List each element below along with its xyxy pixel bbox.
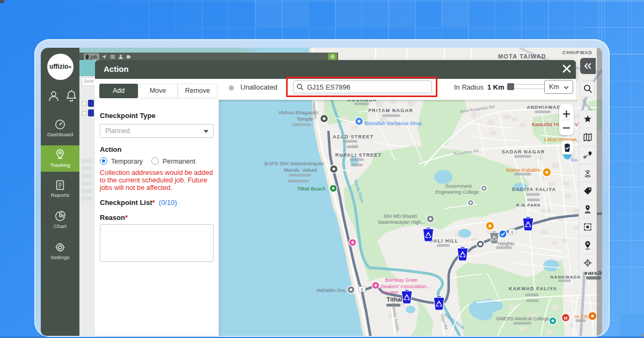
- svg-text:ce City: ce City: [574, 314, 589, 319]
- svg-text:ANDHIAWAD: ANDHIAWAD: [526, 105, 560, 110]
- svg-text:NANKWADA: NANKWADA: [550, 275, 581, 280]
- svg-text:Dealers' Association...: Dealers' Association...: [380, 283, 430, 289]
- svg-text:Temple: Temple: [297, 116, 313, 122]
- svg-text:Engineering College: Engineering College: [435, 189, 479, 195]
- svg-text:Tithal: Tithal: [386, 296, 402, 303]
- svg-text:Bismillah Barbecue Shop: Bismillah Barbecue Shop: [365, 120, 422, 126]
- svg-text:KAKWAD FALIYA: KAKWAD FALIYA: [509, 286, 557, 291]
- svg-text:Top rated: Top rated: [382, 290, 398, 295]
- svg-text:Heights: Heights: [498, 241, 515, 246]
- svg-text:AZAD STREET: AZAD STREET: [333, 134, 374, 139]
- svg-text:Swaminarayan High...: Swaminarayan High...: [378, 219, 425, 225]
- svg-text:MOTA TAIWAD: MOTA TAIWAD: [498, 53, 546, 60]
- svg-text:PALI HILL: PALI HILL: [430, 238, 458, 244]
- svg-text:GMERS Medical College: GMERS Medical College: [496, 316, 550, 321]
- svg-text:BAPS Shri Swaminarayan: BAPS Shri Swaminarayan: [265, 160, 324, 166]
- svg-text:Em: Em: [571, 158, 577, 163]
- svg-text:DADIYA FALIYA: DADIYA FALIYA: [512, 187, 557, 192]
- svg-text:H: H: [564, 315, 568, 321]
- svg-text:Bombay Grain: Bombay Grain: [385, 277, 418, 283]
- svg-text:Mama Kababis: Mama Kababis: [506, 167, 540, 173]
- svg-text:RUPALI STREET: RUPALI STREET: [335, 152, 382, 158]
- svg-text:Mandir, Valsad: Mandir, Valsad: [284, 167, 317, 173]
- svg-text:Mahadev Sea...: Mahadev Sea...: [317, 288, 349, 293]
- svg-text:Government: Government: [445, 183, 472, 189]
- svg-text:6: 6: [361, 287, 363, 292]
- svg-text:6: 6: [511, 230, 513, 234]
- svg-text:SADAR NAGAR: SADAR NAGAR: [502, 149, 545, 155]
- svg-text:Shri MD Shastri: Shri MD Shastri: [383, 214, 417, 219]
- svg-text:R.M.PARK: R.M.PARK: [516, 203, 541, 208]
- svg-text:CHHIPWAD: CHHIPWAD: [562, 50, 592, 55]
- svg-text:Tithal Beach: Tithal Beach: [297, 186, 325, 192]
- svg-text:PRITAM NAGAR: PRITAM NAGAR: [368, 108, 413, 113]
